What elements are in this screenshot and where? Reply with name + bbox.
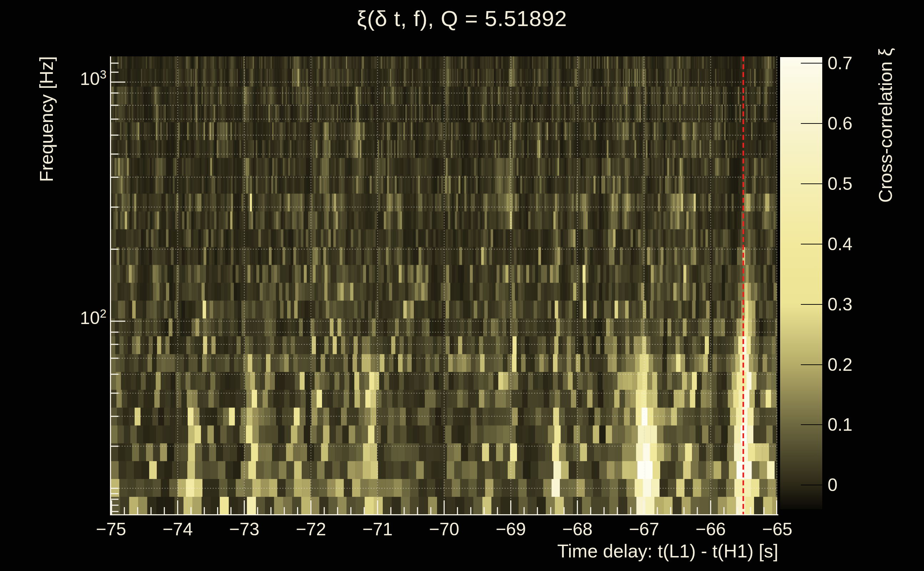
x-tick-label: −65 (745, 519, 810, 540)
x-tick-label: −74 (146, 519, 210, 540)
x-tick-label: −72 (279, 519, 343, 540)
colorbar-tick (801, 123, 822, 124)
colorbar-title: Cross-correlation ξ (875, 34, 896, 203)
y-axis-line (110, 56, 111, 515)
x-tick-label: −73 (212, 519, 277, 540)
heatmap-canvas (111, 56, 777, 515)
x-tick-label: −70 (412, 519, 476, 540)
colorbar-tick-label: 0 (828, 474, 906, 496)
colorbar-tick-label: 0.3 (828, 294, 906, 315)
colorbar-tick-label: 0.2 (828, 354, 906, 375)
colorbar (780, 57, 822, 509)
plot-title: ξ(δ t, f), Q = 5.51892 (0, 6, 924, 31)
x-tick-label: −68 (545, 519, 609, 540)
colorbar-tick (801, 364, 822, 365)
figure: ξ(δ t, f), Q = 5.51892 Frequency [Hz] −7… (0, 0, 924, 571)
colorbar-tick (801, 63, 822, 63)
x-tick-label: −66 (678, 519, 743, 540)
x-tick-label: −71 (345, 519, 409, 540)
x-axis-line (110, 514, 778, 515)
colorbar-tick (801, 424, 822, 425)
colorbar-tick (801, 304, 822, 305)
colorbar-tick (801, 244, 822, 244)
y-tick-label: 103 (53, 68, 107, 89)
x-axis-title: Time delay: t(L1) - t(H1) [s] (421, 540, 778, 562)
x-tick-label: −69 (479, 519, 543, 540)
x-tick-label: −67 (612, 519, 676, 540)
y-tick-label: 102 (53, 307, 107, 328)
x-tick-label: −75 (79, 519, 143, 540)
colorbar-tick (801, 485, 822, 485)
colorbar-tick-label: 0.4 (828, 233, 906, 255)
colorbar-tick-label: 0.1 (828, 414, 906, 435)
colorbar-tick (801, 184, 822, 184)
